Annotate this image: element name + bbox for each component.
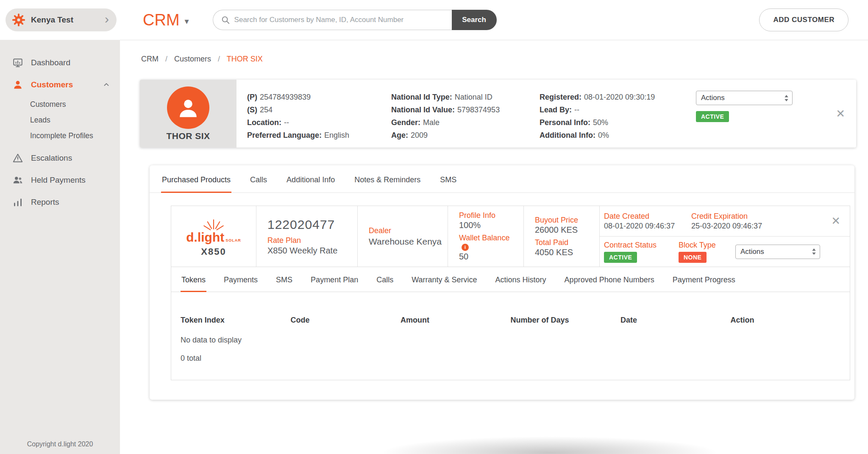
module-switcher[interactable]: CRM ▾ — [143, 11, 189, 29]
topbar: Kenya Test › CRM ▾ Search ADD CUSTOMER — [0, 0, 868, 40]
sidebar-item-label: Held Payments — [31, 175, 86, 185]
table-total-count: 0 total — [171, 354, 850, 380]
sidebar-item-reports[interactable]: Reports — [0, 191, 120, 213]
date-created-value: 08-01-2020 09:46:37 — [604, 222, 691, 231]
subtab-payment-plan[interactable]: Payment Plan — [310, 267, 359, 292]
info-icon[interactable]: i — [462, 244, 469, 251]
search-button[interactable]: Search — [452, 10, 497, 30]
product-account-cell: 122020477 Rate Plan X850 Weekly Rate — [256, 206, 358, 267]
tab-notes-reminders[interactable]: Notes & Reminders — [353, 165, 421, 193]
block-type-badge: NONE — [679, 252, 707, 263]
main-tabs: Purchased Products Calls Additional Info… — [150, 165, 854, 193]
subtab-actions-history[interactable]: Actions History — [495, 267, 547, 292]
dropdown-caret-icon: ▾ — [185, 16, 189, 26]
profile-info-value: 100% — [459, 220, 517, 230]
close-icon[interactable]: ✕ — [831, 215, 840, 226]
product-logo-cell: d.light SOLAR X850 — [171, 206, 256, 267]
subtab-sms[interactable]: SMS — [275, 267, 293, 292]
search-input[interactable] — [234, 16, 448, 24]
product-actions-select[interactable]: Actions — [735, 245, 820, 259]
brand-name: d.light — [186, 230, 224, 245]
sidebar-item-label: Reports — [31, 198, 59, 207]
product-status-cell: Date Created 08-01-2020 09:46:37 Credit … — [600, 206, 850, 267]
field-label: Preferred Language: — [247, 131, 322, 139]
field-label: Personal Info: — [540, 118, 590, 127]
breadcrumb-customers[interactable]: Customers — [174, 55, 211, 63]
column-header: Action — [731, 316, 841, 325]
subtab-payments[interactable]: Payments — [223, 267, 259, 292]
date-created-label: Date Created — [604, 212, 691, 221]
tab-additional-info[interactable]: Additional Info — [286, 165, 336, 193]
breadcrumb-crm[interactable]: CRM — [141, 55, 159, 63]
customer-search: Search — [213, 10, 497, 30]
subtab-warranty-service[interactable]: Warranty & Service — [411, 267, 478, 292]
person-icon — [176, 96, 200, 120]
customer-details-col2: National Id Type:National ID National Id… — [391, 80, 540, 148]
chevron-right-icon: › — [105, 13, 109, 27]
credit-expiration-label: Credit Expiration — [691, 212, 818, 221]
held-payments-icon — [12, 174, 24, 186]
close-icon[interactable]: ✕ — [836, 108, 845, 119]
total-paid-label: Total Paid — [535, 238, 593, 247]
sidebar-item-label: Customers — [31, 80, 73, 89]
field-value: -- — [284, 118, 289, 127]
sidebar-item-dashboard[interactable]: Dashboard — [0, 52, 120, 74]
breadcrumb: CRM / Customers / THOR SIX — [141, 55, 868, 64]
product-info-grid: d.light SOLAR X850 122020477 Rate Plan X… — [171, 206, 850, 267]
subtab-approved-phone-numbers[interactable]: Approved Phone Numbers — [564, 267, 655, 292]
search-icon — [221, 15, 230, 25]
field-label: (S) — [247, 106, 257, 114]
customer-summary-card: THOR SIX (P)254784939839 (S)254 Location… — [140, 80, 856, 148]
tab-purchased-products[interactable]: Purchased Products — [161, 165, 231, 193]
tab-calls[interactable]: Calls — [249, 165, 268, 193]
sidebar-subitem-customers[interactable]: Customers — [0, 97, 120, 112]
breadcrumb-current: THOR SIX — [227, 55, 263, 63]
sidebar-subitem-leads[interactable]: Leads — [0, 112, 120, 128]
module-title: CRM — [143, 11, 180, 29]
sidebar-item-held-payments[interactable]: Held Payments — [0, 169, 120, 191]
product-card: d.light SOLAR X850 122020477 Rate Plan X… — [171, 206, 850, 380]
dealer-label: Dealer — [369, 226, 442, 235]
field-label: National Id Type: — [391, 93, 452, 101]
field-value: 254784939839 — [260, 93, 311, 101]
wallet-balance-value: 50 — [459, 252, 517, 262]
org-name: Kenya Test — [31, 15, 73, 25]
buyout-price-value: 26000 KES — [535, 225, 593, 235]
account-number: 122020477 — [267, 217, 351, 232]
select-stepper-icon — [784, 95, 789, 102]
field-value: Male — [423, 118, 440, 127]
subtab-calls[interactable]: Calls — [376, 267, 394, 292]
rate-plan-label: Rate Plan — [267, 236, 351, 245]
sidebar-item-escalations[interactable]: Escalations — [0, 147, 120, 169]
sidebar-subitem-incomplete-profiles[interactable]: Incomplete Profiles — [0, 128, 120, 144]
column-header: Amount — [401, 316, 511, 325]
product-dealer-cell: Dealer Warehouse Kenya — [358, 206, 448, 267]
field-value: 0% — [598, 131, 609, 139]
column-header: Token Index — [181, 316, 291, 325]
select-value: Actions — [740, 248, 764, 256]
add-customer-button[interactable]: ADD CUSTOMER — [759, 8, 849, 31]
field-value: National ID — [455, 93, 492, 101]
field-label: National Id Value: — [391, 106, 455, 114]
subtab-tokens[interactable]: Tokens — [181, 267, 206, 292]
customer-avatar-box: THOR SIX — [140, 80, 236, 148]
brand-sub: SOLAR — [225, 238, 241, 242]
sidebar-item-label: Escalations — [31, 153, 72, 163]
sidebar-item-customers[interactable]: Customers — [0, 74, 120, 96]
field-label: Age: — [391, 131, 408, 139]
field-value: English — [324, 131, 349, 139]
org-selector[interactable]: Kenya Test › — [6, 8, 117, 31]
tab-sms[interactable]: SMS — [439, 165, 457, 193]
select-value: Actions — [701, 94, 725, 102]
contract-status-badge: ACTIVE — [604, 252, 637, 263]
token-table-header: Token Index Code Amount Number of Days D… — [171, 316, 850, 325]
customer-actions-select[interactable]: Actions — [696, 91, 793, 105]
subtab-payment-progress[interactable]: Payment Progress — [672, 267, 736, 292]
column-header: Code — [291, 316, 401, 325]
chevron-up-icon — [102, 81, 111, 89]
field-value: 08-01-2020 09:30:19 — [584, 93, 655, 101]
table-empty-message: No data to display — [171, 336, 850, 345]
field-value: 254 — [260, 106, 273, 114]
field-label: (P) — [247, 93, 257, 101]
product-status-row: Contract Status ACTIVE Block Type NONE A… — [600, 237, 850, 267]
